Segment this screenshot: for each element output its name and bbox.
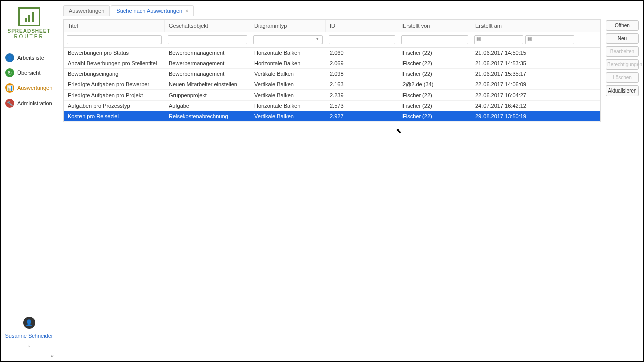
results-grid: Titel Geschäftsobjekt Diagrammtyp ID Ers… [63,19,601,122]
action-bar: Öffnen Neu Bearbeiten Berechtigungen Lös… [604,1,643,361]
sidebar-nav: 👤Arbeitsliste↻Übersicht📊Auswertungen🔧Adm… [1,50,57,111]
cell-typ: Horizontale Balken [250,58,326,68]
cell-id: 2.163 [326,79,398,89]
filter-date-from[interactable] [474,35,523,44]
cell-titel: Kosten pro Reiseziel [64,111,165,121]
grid-filter-row [64,32,600,48]
cell-titel: Anzahl Bewerbungen pro Stellentitel [64,58,165,68]
tab-bar: AuswertungenSuche nach Auswertungen× [63,5,601,16]
cell-von: Fischer (22) [398,90,471,100]
filter-titel[interactable] [67,35,162,44]
filter-von[interactable] [401,35,468,44]
cell-typ: Vertikale Balken [250,90,326,100]
cell-am: 21.06.2017 15:35:17 [471,69,577,79]
sidebar-item-1[interactable]: ↻Übersicht [1,65,57,80]
edit-button[interactable]: Bearbeiten [606,46,639,57]
cell-typ: Vertikale Balken [250,79,326,89]
col-am[interactable]: Erstellt am [471,20,577,32]
cell-typ: Vertikale Balken [250,111,326,121]
collapse-sidebar-icon[interactable]: « [1,352,57,361]
table-row[interactable]: Erledigte Aufgaben pro ProjektGruppenpro… [64,90,600,101]
cell-typ: Vertikale Balken [250,69,326,79]
col-typ[interactable]: Diagrammtyp [250,20,326,32]
nav-icon: 🔧 [5,99,14,108]
grid-header: Titel Geschäftsobjekt Diagrammtyp ID Ers… [64,20,600,32]
avatar-icon: 👤 [23,317,35,329]
cell-von: Fischer (22) [398,111,471,121]
table-row[interactable]: Anzahl Bewerbungen pro StellentitelBewer… [64,58,600,69]
filter-obj[interactable] [168,35,247,44]
cell-titel: Erledigte Aufgaben pro Projekt [64,90,165,100]
cell-obj: Bewerbermanagement [165,69,250,79]
table-row[interactable]: Bewerbungen pro StatusBewerbermanagement… [64,48,600,58]
cell-obj: Bewerbermanagement [165,58,250,68]
cell-titel: Aufgaben pro Prozesstyp [64,101,165,111]
col-titel[interactable]: Titel [64,20,165,32]
new-button[interactable]: Neu [606,33,639,44]
cell-id: 2.060 [326,48,398,58]
brand-line2: ROUTER [4,34,54,39]
cell-typ: Horizontale Balken [250,101,326,111]
filter-id[interactable] [329,35,395,44]
cell-obj: Bewerbermanagement [165,48,250,58]
cell-id: 2.098 [326,69,398,79]
open-button[interactable]: Öffnen [606,20,639,31]
col-obj[interactable]: Geschäftsobjekt [165,20,250,32]
tab-0[interactable]: Auswertungen [63,5,110,16]
grid-body: Bewerbungen pro StatusBewerbermanagement… [64,48,600,122]
cell-am: 22.06.2017 14:06:09 [471,79,577,89]
delete-button[interactable]: Löschen [606,72,639,83]
nav-label: Auswertungen [17,85,52,91]
filter-date-to[interactable] [525,35,574,44]
tab-label: Suche nach Auswertungen [116,8,182,14]
cell-obj: Neuen Mitarbeiter einstellen [165,79,250,89]
filter-typ-select[interactable] [253,35,323,44]
col-von[interactable]: Erstellt von [398,20,471,32]
tab-1[interactable]: Suche nach Auswertungen× [111,5,194,16]
cell-am: 24.07.2017 16:42:12 [471,101,577,111]
cell-von: Fischer (22) [398,58,471,68]
sidebar-item-2[interactable]: 📊Auswertungen [1,80,57,96]
cell-obj: Gruppenprojekt [165,90,250,100]
table-row[interactable]: BewerbungseingangBewerbermanagementVerti… [64,69,600,79]
cell-von: Fischer (22) [398,69,471,79]
cell-am: 21.06.2017 14:53:35 [471,58,577,68]
cell-obj: Reisekostenabrechnung [165,111,250,121]
table-row[interactable]: Aufgaben pro ProzesstypAufgabeHorizontal… [64,101,600,111]
sidebar-item-3[interactable]: 🔧Administration [1,96,57,111]
cell-titel: Bewerbungen pro Status [64,48,165,58]
cell-titel: Bewerbungseingang [64,69,165,79]
nav-label: Arbeitsliste [17,55,44,61]
nav-icon: 📊 [5,83,14,93]
cell-von: 2@2.de (34) [398,79,471,89]
cell-id: 2.573 [326,101,398,111]
sidebar: SPREADSHEET ROUTER 👤Arbeitsliste↻Übersic… [1,1,57,361]
table-row[interactable]: Erledigte Aufgaben pro BewerberNeuen Mit… [64,79,600,90]
nav-icon: 👤 [5,53,14,62]
cell-von: Fischer (22) [398,101,471,111]
content-area: AuswertungenSuche nach Auswertungen× Tit… [57,1,604,361]
nav-icon: ↻ [5,68,14,77]
cell-am: 29.08.2017 13:50:19 [471,111,577,121]
col-id[interactable]: ID [326,20,398,32]
app-logo: SPREADSHEET ROUTER [4,7,54,39]
user-block[interactable]: 👤 Susanne Schneider ⌄ [1,313,57,352]
cell-typ: Horizontale Balken [250,48,326,58]
refresh-button[interactable]: Aktualisieren [606,85,639,96]
cell-am: 22.06.2017 16:04:27 [471,90,577,100]
brand-line1: SPREADSHEET [4,28,54,34]
cell-id: 2.239 [326,90,398,100]
username-label: Susanne Schneider [5,333,53,339]
close-icon[interactable]: × [185,8,188,14]
table-row[interactable]: Kosten pro ReisezielReisekostenabrechnun… [64,111,600,122]
sidebar-item-0[interactable]: 👤Arbeitsliste [1,50,57,65]
cell-titel: Erledigte Aufgaben pro Bewerber [64,79,165,89]
tab-label: Auswertungen [69,8,104,14]
grid-menu-icon[interactable]: ≡ [577,20,589,32]
nav-label: Übersicht [17,70,40,76]
cell-id: 2.927 [326,111,398,121]
chevron-down-icon: ⌄ [27,343,31,348]
cell-von: Fischer (22) [398,48,471,58]
permissions-button[interactable]: Berechtigungen [606,59,639,70]
cell-id: 2.069 [326,58,398,68]
